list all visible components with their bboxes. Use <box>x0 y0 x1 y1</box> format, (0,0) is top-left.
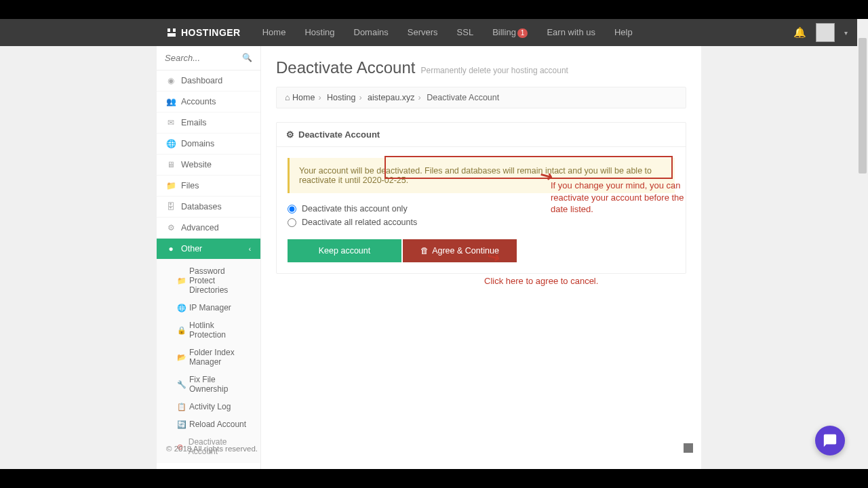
crumb-hosting[interactable]: Hosting <box>327 93 355 102</box>
main-content: Deactivate Account Permanently delete yo… <box>261 46 701 469</box>
wrench-icon: 🔧 <box>177 380 185 389</box>
sidebar-item-accounts[interactable]: 👥Accounts <box>157 92 260 113</box>
billing-badge: 1 <box>517 28 528 38</box>
sidebar-item-advanced[interactable]: ⚙Advanced <box>157 218 260 239</box>
user-menu-caret[interactable]: ▾ <box>844 29 848 37</box>
nav-hosting[interactable]: Hosting <box>296 23 342 42</box>
website-icon: 🖥 <box>166 160 176 169</box>
nav-help[interactable]: Help <box>606 23 641 42</box>
crumb-current: Deactivate Account <box>427 93 499 102</box>
search-input[interactable] <box>165 53 252 63</box>
advanced-icon: ⚙ <box>166 223 176 232</box>
sidebar-item-other[interactable]: ●Other‹ <box>157 239 260 260</box>
domains-icon: 🌐 <box>166 139 176 148</box>
sub-password-protect[interactable]: 📁Password Protect Directories <box>157 262 260 299</box>
folder-lock-icon: 📁 <box>177 277 185 285</box>
sub-fix-ownership[interactable]: 🔧Fix File Ownership <box>157 371 260 398</box>
files-icon: 📁 <box>166 181 176 190</box>
breadcrumb: ⌂ Home› Hosting› aistepau.xyz› Deactivat… <box>276 87 686 108</box>
databases-icon: 🗄 <box>166 202 176 211</box>
brand-logo[interactable]: HOSTINGER <box>166 27 241 38</box>
sidebar-item-databases[interactable]: 🗄Databases <box>157 197 260 218</box>
search-icon: 🔍 <box>242 53 252 62</box>
nav-home[interactable]: Home <box>254 23 294 42</box>
nav-ssl[interactable]: SSL <box>449 23 482 42</box>
reload-icon: 🔄 <box>177 420 185 429</box>
list-icon: 📋 <box>177 403 185 411</box>
crumb-domain[interactable]: aistepau.xyz <box>368 93 414 102</box>
notifications-icon[interactable]: 🔔 <box>793 26 806 39</box>
sub-reload[interactable]: 🔄Reload Account <box>157 415 260 433</box>
annotation-text-1: If you change your mind, you can reactiv… <box>551 180 693 216</box>
page-subtitle: Permanently delete your hosting account <box>420 66 568 75</box>
top-nav: HOSTINGER Home Hosting Domains Servers S… <box>157 19 857 46</box>
chat-widget[interactable] <box>815 426 845 455</box>
chevron-left-icon: ‹ <box>249 245 251 253</box>
sliders-icon: ⚙ <box>286 129 294 140</box>
nav-servers[interactable]: Servers <box>399 23 446 42</box>
nav-billing[interactable]: Billing1 <box>484 23 536 42</box>
nav-earn[interactable]: Earn with us <box>538 23 604 42</box>
sidebar-item-website[interactable]: 🖥Website <box>157 155 260 176</box>
sidebar-item-files[interactable]: 📁Files <box>157 176 260 197</box>
avatar[interactable] <box>816 23 835 42</box>
crumb-home[interactable]: Home <box>292 93 315 102</box>
lock-icon: 🔒 <box>177 326 185 335</box>
scrollbar[interactable] <box>857 19 868 469</box>
folder-icon: 📂 <box>177 353 185 362</box>
sub-hotlink[interactable]: 🔒Hotlink Protection <box>157 317 260 344</box>
sidebar-item-domains[interactable]: 🌐Domains <box>157 134 260 155</box>
sidebar: 🔍 ◉Dashboard 👥Accounts ✉Emails 🌐Domains … <box>157 46 261 469</box>
accounts-icon: 👥 <box>166 97 176 106</box>
keep-account-button[interactable]: Keep account <box>288 239 401 262</box>
radio-all-related[interactable]: Deactivate all related accounts <box>288 218 675 227</box>
nav-domains[interactable]: Domains <box>346 23 397 42</box>
home-icon: ⌂ <box>285 93 290 102</box>
sub-ip-manager[interactable]: 🌐IP Manager <box>157 299 260 317</box>
sub-folder-index[interactable]: 📂Folder Index Manager <box>157 344 260 371</box>
sidebar-item-emails[interactable]: ✉Emails <box>157 113 260 134</box>
dashboard-icon: ◉ <box>166 76 176 85</box>
panel-heading: Deactivate Account <box>298 129 380 140</box>
trash-icon: 🗑 <box>420 246 429 256</box>
brand-text: HOSTINGER <box>181 27 241 38</box>
emails-icon: ✉ <box>166 118 176 127</box>
other-icon: ● <box>166 244 176 253</box>
footer-copyright: © 2018 All rights reserved. <box>166 445 258 453</box>
sidebar-item-dashboard[interactable]: ◉Dashboard <box>157 70 260 92</box>
page-title: Deactivate Account <box>276 58 415 77</box>
scroll-top-button[interactable] <box>684 443 693 453</box>
annotation-text-2: Click here to agree to cancel. <box>484 275 598 287</box>
globe-icon: 🌐 <box>177 304 185 312</box>
sub-activity-log[interactable]: 📋Activity Log <box>157 398 260 415</box>
